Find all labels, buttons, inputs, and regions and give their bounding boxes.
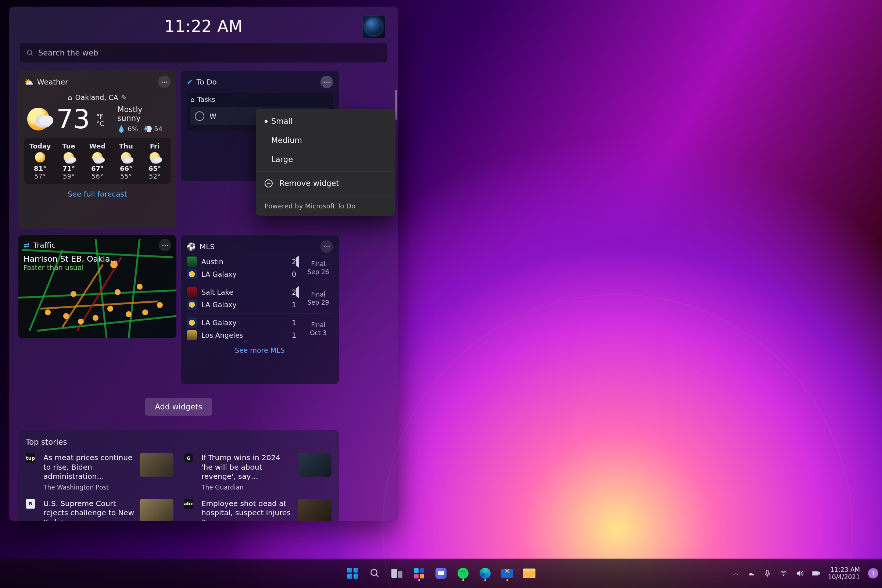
- svg-rect-29: [813, 572, 818, 575]
- svg-point-18: [157, 302, 163, 308]
- menu-size-large[interactable]: Large: [256, 150, 395, 169]
- widgets-panel: 11:22 AM Search the web ⛅ Weather ⌂ Oakl…: [9, 7, 398, 521]
- search-box[interactable]: Search the web: [20, 44, 387, 63]
- search-icon: [27, 49, 34, 57]
- forecast-lo-2: 56°: [83, 172, 112, 180]
- profile-avatar[interactable]: [362, 15, 385, 38]
- tasks-section-title: Tasks: [197, 96, 215, 103]
- weather-widget[interactable]: ⛅ Weather ⌂ Oakland, CA ✎ 73 °F °C Mostl…: [18, 70, 176, 229]
- forecast-hi-1: 71°: [54, 165, 83, 172]
- forecast-lbl-1: Tue: [54, 142, 83, 150]
- forecast-lo-4: 52°: [140, 172, 169, 180]
- forecast-row: TodayTueWedThuFri81°71°67°66°65°57°59°56…: [24, 138, 171, 184]
- svg-line-24: [376, 575, 378, 577]
- forecast-hi-2: 67°: [83, 165, 112, 172]
- taskbar-search-button[interactable]: [366, 564, 384, 582]
- todo-icon: ✔: [187, 78, 193, 86]
- menu-size-medium[interactable]: Medium: [256, 131, 395, 150]
- see-full-forecast-link[interactable]: See full forecast: [24, 190, 171, 198]
- forecast-hi-0: 81°: [26, 165, 54, 172]
- svg-line-1: [31, 54, 33, 56]
- story-1[interactable]: GIf Trump wins in 2024 'he will be about…: [184, 453, 332, 491]
- svg-line-4: [37, 316, 176, 331]
- battery-icon[interactable]: [812, 569, 820, 578]
- task-checkbox[interactable]: [195, 111, 204, 121]
- taskbar: ︿ 11:23 AM 10/4/2021 1: [0, 559, 882, 588]
- file-explorer-button[interactable]: [520, 564, 538, 582]
- svg-point-12: [63, 313, 69, 319]
- forecast-lo-0: 57°: [26, 172, 54, 180]
- traffic-headline: Harrison St EB, Oakla…: [24, 254, 118, 264]
- mail-button[interactable]: [498, 564, 516, 582]
- todo-title: To Do: [196, 78, 217, 86]
- weather-condition: Mostly sunny: [117, 105, 168, 123]
- unit-f[interactable]: °F: [97, 113, 104, 120]
- remove-icon: [265, 179, 273, 188]
- precip: 💧 6%: [117, 125, 138, 133]
- mls-more-button[interactable]: [321, 240, 333, 253]
- top-stories-card: Top stories tupAs meat prices continue t…: [18, 430, 339, 521]
- volume-icon[interactable]: [796, 569, 804, 578]
- forecast-lo-1: 59°: [54, 172, 83, 180]
- unit-c[interactable]: °C: [97, 120, 104, 128]
- mls-game-0[interactable]: Austin2FinalSep 26LA Galaxy0: [187, 256, 333, 279]
- svg-rect-25: [766, 570, 768, 574]
- mls-widget[interactable]: ⚽ MLS Austin2FinalSep 26LA Galaxy0Salt L…: [181, 235, 339, 384]
- svg-point-15: [107, 306, 113, 312]
- wifi-icon[interactable]: [780, 569, 788, 578]
- mls-icon: ⚽: [187, 242, 196, 251]
- svg-point-14: [93, 315, 99, 321]
- svg-point-0: [28, 50, 32, 55]
- edge-button[interactable]: [476, 564, 494, 582]
- traffic-more-button[interactable]: [159, 239, 171, 251]
- todo-more-button[interactable]: [321, 76, 333, 88]
- svg-point-11: [45, 309, 51, 315]
- forecast-ico-1: [54, 150, 83, 165]
- microphone-icon[interactable]: [763, 569, 771, 578]
- task-view-button[interactable]: [388, 564, 406, 582]
- home-icon: ⌂: [68, 93, 72, 101]
- svg-point-17: [142, 309, 148, 315]
- weather-icon: ⛅: [24, 78, 33, 86]
- story-2[interactable]: RU.S. Supreme Court rejects challenge to…: [26, 499, 174, 521]
- forecast-ico-4: [140, 150, 169, 165]
- see-more-mls-link[interactable]: See more MLS: [187, 346, 333, 354]
- start-button[interactable]: [344, 564, 362, 582]
- svg-point-16: [126, 311, 132, 317]
- menu-size-small[interactable]: Small: [256, 112, 395, 131]
- forecast-lbl-4: Fri: [140, 142, 169, 150]
- forecast-ico-3: [112, 150, 140, 165]
- story-3[interactable]: abcEmployee shot dead at hospital, suspe…: [184, 499, 332, 521]
- onedrive-icon[interactable]: [747, 569, 755, 578]
- svg-point-21: [115, 289, 120, 295]
- traffic-widget[interactable]: ⇄ Traffic Harrison St EB, Oakla… Faster …: [18, 235, 176, 338]
- taskbar-clock[interactable]: 11:23 AM 10/4/2021: [828, 566, 860, 581]
- chat-button[interactable]: [432, 564, 450, 582]
- current-temp: 73: [56, 106, 90, 132]
- mls-game-1[interactable]: Salt Lake2FinalSep 29LA Galaxy1: [187, 287, 333, 310]
- svg-rect-28: [818, 572, 819, 574]
- weather-more-button[interactable]: [158, 76, 171, 88]
- add-widgets-button[interactable]: Add widgets: [145, 398, 212, 416]
- forecast-ico-0: [26, 150, 54, 165]
- widgets-button[interactable]: [410, 564, 428, 582]
- menu-remove-widget[interactable]: Remove widget: [256, 174, 395, 193]
- story-0[interactable]: tupAs meat prices continue to rise, Bide…: [26, 453, 174, 491]
- forecast-lo-3: 55°: [112, 172, 140, 180]
- edit-location-icon[interactable]: ✎: [121, 93, 127, 101]
- traffic-icon: ⇄: [24, 241, 30, 249]
- panel-clock: 11:22 AM: [165, 17, 243, 36]
- search-placeholder: Search the web: [38, 48, 98, 57]
- forecast-lbl-2: Wed: [83, 142, 112, 150]
- notifications-badge[interactable]: 1: [868, 568, 878, 579]
- spotify-button[interactable]: [454, 564, 472, 582]
- tray-chevron-up-icon[interactable]: ︿: [733, 570, 739, 578]
- sun-icon: [27, 108, 50, 130]
- top-stories-title: Top stories: [26, 438, 332, 447]
- menu-powered-by: Powered by Microsoft To Do: [256, 198, 395, 210]
- weather-location: Oakland, CA: [75, 93, 118, 101]
- task-text: W: [210, 112, 216, 120]
- svg-line-8: [40, 302, 158, 309]
- svg-point-13: [78, 319, 84, 324]
- mls-game-2[interactable]: LA Galaxy1FinalOct 3Los Angeles1: [187, 318, 333, 340]
